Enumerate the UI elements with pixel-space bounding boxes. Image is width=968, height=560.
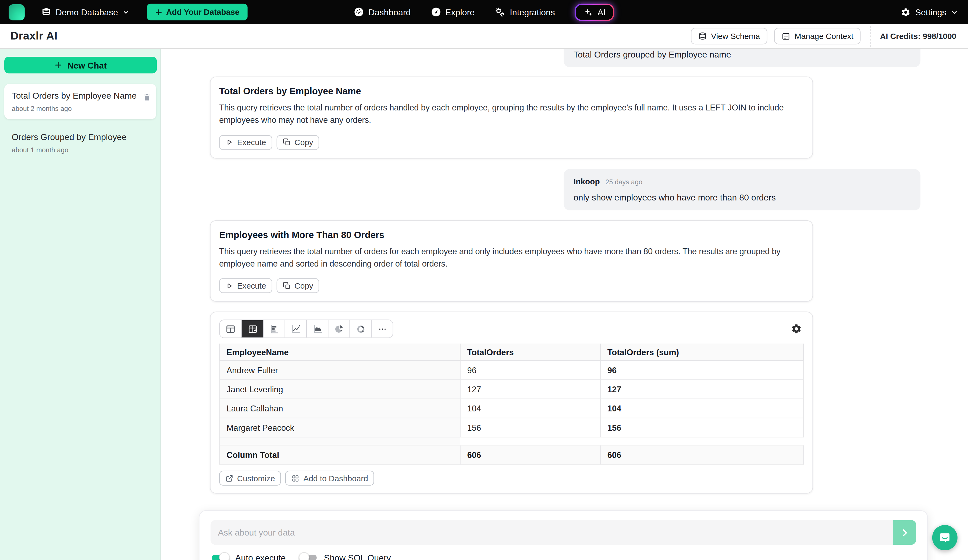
auto-execute-toggle[interactable]: Auto execute <box>212 553 286 560</box>
add-database-label: Add Your Database <box>166 8 240 17</box>
copy-icon <box>283 138 291 146</box>
chat-composer: Auto execute Show SQL Query <box>199 510 928 560</box>
send-button[interactable] <box>893 520 916 545</box>
support-chat-launcher[interactable] <box>932 525 958 550</box>
page-header: Draxlr AI View Schema Manage Context AI … <box>0 24 968 49</box>
toggle-track[interactable] <box>301 555 317 560</box>
toggle-track[interactable] <box>212 555 228 560</box>
user-message: Total Orders grouped by Employee name <box>564 49 920 67</box>
cell-total-orders: 127 <box>460 380 600 399</box>
chat-sidebar: New Chat Total Orders by Employee Name a… <box>0 49 161 560</box>
new-chat-button[interactable]: New Chat <box>4 57 157 73</box>
nav-ai[interactable]: AI <box>575 3 614 21</box>
chat-timestamp: about 2 months ago <box>12 105 149 112</box>
cell-column-total-value: 606 <box>600 445 804 464</box>
new-chat-label: New Chat <box>67 60 106 70</box>
copy-button[interactable]: Copy <box>277 135 320 150</box>
execute-button[interactable]: Execute <box>219 278 272 293</box>
column-header[interactable]: TotalOrders (sum) <box>600 344 804 361</box>
nav-explore-label: Explore <box>445 7 475 17</box>
query-title: Total Orders by Employee Name <box>219 86 804 96</box>
nav-integrations[interactable]: Integrations <box>494 7 555 18</box>
plus-icon <box>155 8 163 16</box>
database-selector-label: Demo Database <box>56 7 118 17</box>
settings-menu[interactable]: Settings <box>901 7 962 17</box>
add-database-button[interactable]: Add Your Database <box>147 4 248 20</box>
results-table: EmployeeName TotalOrders TotalOrders (su… <box>219 344 804 464</box>
manage-context-label: Manage Context <box>794 31 854 41</box>
chevron-down-icon <box>122 8 130 16</box>
toggle-knob[interactable] <box>219 552 230 560</box>
nav-explore[interactable]: Explore <box>431 7 475 17</box>
summary-table-view-icon[interactable] <box>242 320 263 337</box>
customize-label: Customize <box>237 474 275 482</box>
cell-total-orders: 96 <box>460 361 600 380</box>
cell-total-orders-sum: 96 <box>600 361 804 380</box>
table-row: Janet Leverling 127 127 <box>219 380 804 399</box>
table-header-row: EmployeeName TotalOrders TotalOrders (su… <box>219 344 804 361</box>
header-divider <box>871 26 871 46</box>
user-message-text: Total Orders grouped by Employee name <box>574 50 911 59</box>
gear-icon <box>901 7 911 17</box>
query-results-card: EmployeeName TotalOrders TotalOrders (su… <box>210 311 813 493</box>
chat-scroll-area[interactable]: Total Orders grouped by Employee name To… <box>161 49 968 493</box>
table-row: Margaret Peacock 156 156 <box>219 418 804 437</box>
query-description: This query retrieves the total number of… <box>219 245 804 270</box>
pie-chart-view-icon[interactable] <box>328 320 349 337</box>
table-view-icon[interactable] <box>220 320 241 337</box>
ask-data-input[interactable] <box>211 520 893 545</box>
query-description: This query retrieves the total number of… <box>219 102 804 127</box>
manage-context-button[interactable]: Manage Context <box>774 28 861 45</box>
add-to-dashboard-button[interactable]: Add to Dashboard <box>285 471 374 486</box>
execute-button[interactable]: Execute <box>219 135 272 150</box>
page-title: Draxlr AI <box>10 30 58 43</box>
message-timestamp: 25 days ago <box>605 178 642 185</box>
query-title: Employees with More Than 80 Orders <box>219 229 804 240</box>
donut-chart-view-icon[interactable] <box>349 320 371 337</box>
line-chart-view-icon[interactable] <box>285 320 306 337</box>
view-schema-button[interactable]: View Schema <box>691 28 767 45</box>
column-header[interactable]: TotalOrders <box>460 344 600 361</box>
table-row: Andrew Fuller 96 96 <box>219 361 804 380</box>
sparkles-icon <box>583 7 593 17</box>
chevron-down-icon <box>951 8 958 16</box>
table-total-row: Column Total 606 606 <box>219 445 804 464</box>
settings-label: Settings <box>915 7 946 17</box>
draxlr-app: Demo Database Add Your Database Dashboar… <box>0 0 968 560</box>
chat-main: Total Orders grouped by Employee name To… <box>161 49 968 560</box>
dashboard-grid-icon <box>292 474 300 482</box>
show-sql-label: Show SQL Query <box>324 553 391 560</box>
user-message-text: only show employees who have more than 8… <box>574 192 911 202</box>
customize-button[interactable]: Customize <box>219 471 281 486</box>
chart-settings-icon[interactable] <box>791 323 802 334</box>
chat-history-item[interactable]: Orders Grouped by Employee about 1 month… <box>4 125 156 160</box>
chat-history-item-active[interactable]: Total Orders by Employee Name about 2 mo… <box>4 84 156 119</box>
database-icon <box>698 32 707 40</box>
top-navbar: Demo Database Add Your Database Dashboar… <box>0 0 968 24</box>
toggle-knob[interactable] <box>299 552 309 560</box>
show-sql-toggle[interactable]: Show SQL Query <box>301 553 391 560</box>
user-message: Inkoop 25 days ago only show employees w… <box>564 169 920 210</box>
more-views-icon[interactable] <box>371 320 393 337</box>
cell-total-orders: 104 <box>460 399 600 418</box>
cell-total-orders-sum: 156 <box>600 418 804 437</box>
context-list-icon <box>782 32 790 40</box>
nav-dashboard[interactable]: Dashboard <box>353 7 411 17</box>
cell-total-orders-sum: 127 <box>600 380 804 399</box>
table-row: Laura Callahan 104 104 <box>219 399 804 418</box>
play-icon <box>225 282 234 290</box>
play-icon <box>225 138 234 146</box>
chat-title: Orders Grouped by Employee <box>12 132 149 142</box>
draxlr-logo[interactable] <box>8 4 25 20</box>
bar-chart-view-icon[interactable] <box>263 320 285 337</box>
delete-chat-button[interactable] <box>143 93 151 102</box>
nav-integrations-label: Integrations <box>510 7 555 17</box>
cell-total-orders-sum: 104 <box>600 399 804 418</box>
chat-timestamp: about 1 month ago <box>12 146 149 154</box>
copy-button[interactable]: Copy <box>277 278 320 293</box>
database-selector[interactable]: Demo Database <box>41 7 130 17</box>
column-header[interactable]: EmployeeName <box>219 344 460 361</box>
cell-total-orders: 156 <box>460 418 600 437</box>
plus-icon <box>54 61 62 69</box>
area-chart-view-icon[interactable] <box>306 320 328 337</box>
